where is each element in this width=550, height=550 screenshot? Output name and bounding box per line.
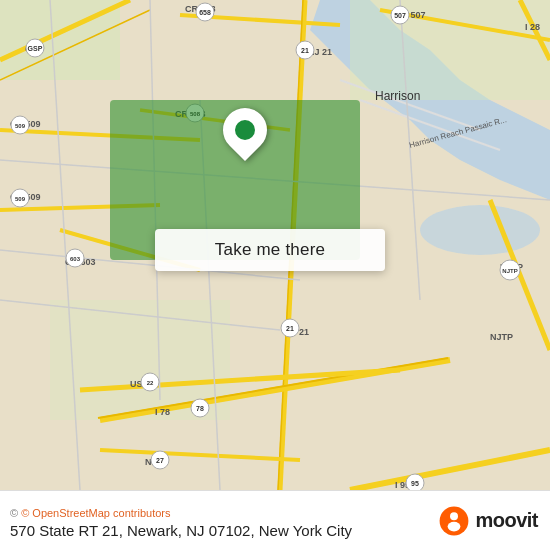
moovit-logo[interactable]: moovit xyxy=(438,505,538,537)
svg-rect-4 xyxy=(350,0,550,100)
openstreetmap-link[interactable]: © OpenStreetMap contributors xyxy=(21,507,170,519)
svg-text:22: 22 xyxy=(147,380,154,386)
pin-shape xyxy=(214,99,276,161)
svg-text:GSP: GSP xyxy=(28,45,43,52)
svg-text:NJTP: NJTP xyxy=(490,332,513,342)
copyright-symbol: © xyxy=(10,507,21,519)
svg-text:507: 507 xyxy=(394,12,406,19)
svg-text:NJTP: NJTP xyxy=(502,268,517,274)
svg-text:509: 509 xyxy=(15,196,26,202)
svg-point-79 xyxy=(450,512,458,520)
location-pin xyxy=(223,108,267,152)
svg-text:I 28: I 28 xyxy=(525,22,540,32)
svg-text:658: 658 xyxy=(199,9,211,16)
svg-text:95: 95 xyxy=(411,480,419,487)
moovit-icon xyxy=(438,505,470,537)
bottom-left-info: © © OpenStreetMap contributors 570 State… xyxy=(10,503,352,539)
copyright-row: © © OpenStreetMap contributors xyxy=(10,503,352,521)
svg-text:21: 21 xyxy=(301,47,309,54)
svg-text:603: 603 xyxy=(70,256,81,262)
svg-text:21: 21 xyxy=(286,325,294,332)
map-container: GSP CR 658 NJ 21 CR 507 I 28 CR 509 CR 5… xyxy=(0,0,550,490)
svg-text:27: 27 xyxy=(156,457,164,464)
svg-text:78: 78 xyxy=(196,405,204,412)
moovit-text: moovit xyxy=(475,509,538,532)
svg-text:I 78: I 78 xyxy=(155,407,170,417)
address-label: 570 State RT 21, Newark, NJ 07102, New Y… xyxy=(10,522,352,539)
svg-text:509: 509 xyxy=(15,123,26,129)
svg-point-2 xyxy=(420,205,540,255)
svg-point-80 xyxy=(448,521,461,531)
take-me-there-button[interactable]: Take me there xyxy=(155,229,385,271)
svg-text:Harrison: Harrison xyxy=(375,89,420,103)
bottom-bar: © © OpenStreetMap contributors 570 State… xyxy=(0,490,550,550)
pin-inner-dot xyxy=(235,120,255,140)
